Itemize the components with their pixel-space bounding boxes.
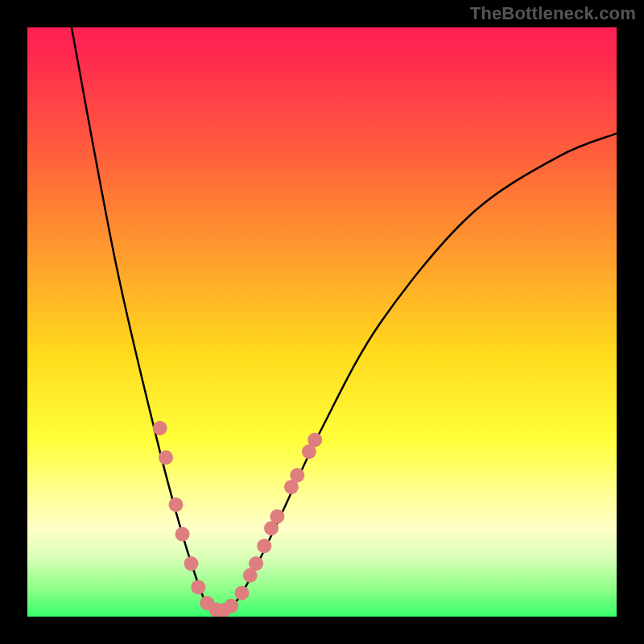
data-marker bbox=[234, 586, 249, 601]
data-marker bbox=[308, 432, 322, 447]
plot-area bbox=[27, 27, 617, 617]
data-marker bbox=[168, 497, 183, 512]
data-marker bbox=[153, 421, 167, 436]
data-marker bbox=[184, 556, 199, 571]
data-marker bbox=[290, 468, 304, 482]
data-marker bbox=[224, 599, 238, 613]
data-marker bbox=[249, 556, 263, 571]
data-marker bbox=[270, 510, 284, 524]
background-gradient bbox=[27, 27, 617, 617]
watermark-text: TheBottleneck.com bbox=[470, 3, 636, 24]
data-marker bbox=[257, 539, 271, 553]
chart-frame: TheBottleneck.com bbox=[0, 0, 644, 644]
data-marker bbox=[191, 580, 205, 594]
chart-svg bbox=[27, 27, 617, 617]
data-marker bbox=[159, 450, 173, 464]
data-marker bbox=[175, 527, 190, 542]
